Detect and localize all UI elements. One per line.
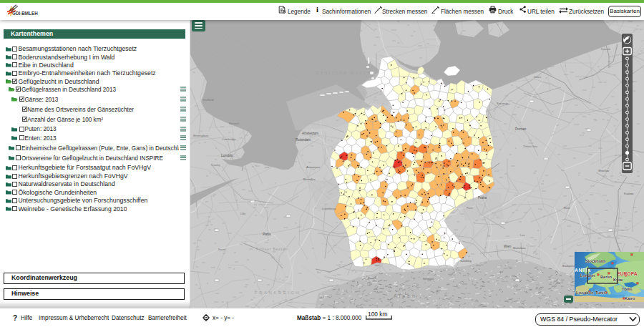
svg-text:Lille: Lille: [240, 212, 246, 215]
svg-text:Deutsche Bucht: Deutsche Bucht: [316, 70, 371, 75]
svg-text:Stockholm: Stockholm: [585, 259, 606, 263]
svg-text:Rotterdam: Rotterdam: [296, 138, 311, 142]
svg-text:Plzen: Plzen: [467, 207, 473, 210]
svg-text:Kyiw: Kyiw: [613, 278, 623, 282]
svg-text:Krakow: Krakow: [624, 192, 633, 195]
svg-text:London: London: [221, 153, 233, 157]
svg-text:Salzburg: Salzburg: [460, 259, 472, 263]
svg-text:Innsbruck: Innsbruck: [423, 278, 434, 280]
svg-text:Crawley: Crawley: [211, 164, 220, 167]
svg-text:EUROPA: EUROPA: [617, 271, 638, 276]
svg-text:Bruxelles: Bruxelles: [303, 177, 315, 181]
svg-text:Budapest: Budapest: [562, 264, 575, 268]
svg-text:Wien: Wien: [504, 245, 512, 248]
svg-text:Praha: Praha: [478, 196, 487, 200]
svg-text:Pariser Becken: Pariser Becken: [256, 248, 288, 251]
svg-text:Rouen: Rouen: [218, 248, 225, 251]
svg-text:Tunis: Tunis: [595, 291, 606, 295]
svg-text:Kairo: Kairo: [625, 296, 635, 301]
svg-text:Bratislava: Bratislava: [513, 246, 526, 250]
svg-text:Paris: Paris: [263, 232, 271, 236]
svg-text:Norwich: Norwich: [229, 122, 239, 125]
svg-text:Cambridge: Cambridge: [222, 137, 236, 141]
svg-text:Lissabon: Lissabon: [576, 291, 594, 295]
svg-text:Luxembourg: Luxembourg: [322, 208, 336, 210]
svg-text:Poznan: Poznan: [515, 127, 527, 131]
svg-text:Berlin: Berlin: [600, 275, 612, 279]
svg-text:Szczecin: Szczecin: [497, 102, 508, 105]
svg-text:Koszalin: Koszalin: [601, 48, 610, 51]
svg-text:Tbilis: Tbilis: [622, 287, 633, 291]
svg-text:Amsterdam: Amsterdam: [302, 132, 318, 135]
svg-text:Gdans: Gdans: [534, 76, 542, 79]
svg-text:Antwerpen: Antwerpen: [306, 165, 320, 169]
svg-text:Sheffield: Sheffield: [203, 98, 214, 102]
svg-text:Birmingham: Birmingham: [193, 134, 209, 137]
svg-text:FRANKREICH: FRANKREICH: [255, 291, 301, 295]
svg-text:Wroclaw: Wroclaw: [598, 169, 609, 172]
svg-text:Linz: Linz: [520, 234, 525, 237]
svg-text:Zielona Gora: Zielona Gora: [523, 145, 537, 148]
svg-text:Zurich: Zurich: [368, 276, 376, 280]
svg-text:Brno: Brno: [564, 206, 570, 210]
svg-text:Alpen: Alpen: [394, 293, 417, 299]
